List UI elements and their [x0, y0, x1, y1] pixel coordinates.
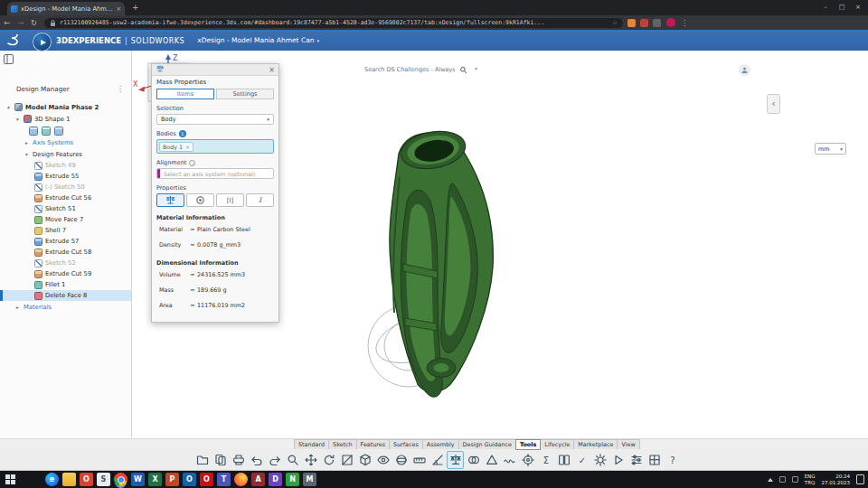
rotate-view-tool-icon[interactable]	[320, 451, 337, 469]
caret-right-icon[interactable]: ▸	[24, 140, 30, 145]
tab-close-icon[interactable]: ×	[116, 5, 121, 13]
taskbar-app-app-green[interactable]: N	[286, 473, 299, 486]
dialog-titlebar[interactable]: ×	[152, 64, 278, 76]
mass-properties-tool-icon[interactable]	[447, 451, 464, 469]
back-icon[interactable]: ←	[0, 18, 14, 27]
browser-menu-icon[interactable]: ⋮	[681, 19, 688, 27]
import-tool-icon[interactable]	[193, 451, 211, 469]
inertia-matrix-button[interactable]: [I]	[216, 193, 244, 207]
url-bar[interactable]: r1132100926485-usw2-academia-ifwe.3dexpe…	[44, 18, 623, 28]
favorites-icon[interactable]: ☆	[815, 64, 826, 76]
interference-check-tool-icon[interactable]	[465, 451, 482, 469]
taskbar-app-app-purple[interactable]: D	[269, 473, 282, 486]
tree-item-sketch-50[interactable]: (-) Sketch 50	[0, 182, 131, 192]
copy-tool-icon[interactable]	[212, 451, 229, 469]
shape-doc-icon[interactable]	[42, 127, 51, 136]
body-chip[interactable]: Body 1 ×	[159, 142, 193, 152]
tree-item-delete-face-8[interactable]: Delete Face 8	[0, 290, 131, 301]
undo-tool-icon[interactable]	[248, 451, 265, 469]
ribbon-tab-tools[interactable]: Tools	[515, 439, 541, 450]
taskbar-app-app-slate[interactable]: M	[303, 473, 316, 486]
tray-icon[interactable]	[792, 476, 798, 483]
tree-item-move-face-7[interactable]: Move Face 7	[0, 214, 131, 225]
tree-item-3d-shape-1[interactable]: ▾ 3D Shape 1	[0, 113, 131, 125]
new-tab-button[interactable]: +	[132, 3, 139, 12]
draft-analysis-tool-icon[interactable]	[483, 451, 500, 469]
equations-tool-icon[interactable]: Σ	[537, 451, 554, 469]
window-minimize-button[interactable]: –	[817, 0, 834, 15]
tree-item-sketch-49[interactable]: Sketch 49	[0, 160, 131, 171]
browser-profile-avatar[interactable]	[666, 18, 675, 27]
tree-item-shell-7[interactable]: Shell 7	[0, 225, 131, 236]
taskbar-app-edge[interactable]: e	[45, 473, 59, 486]
forward-icon[interactable]: →	[14, 18, 27, 27]
caret-down-icon[interactable]: ▾	[24, 152, 30, 157]
tab-items[interactable]: Items	[156, 89, 214, 99]
print-tool-icon[interactable]	[230, 451, 247, 469]
tree-item-design-features[interactable]: ▾ Design Features	[0, 148, 131, 160]
reload-icon[interactable]: ↻	[27, 18, 41, 27]
check-model-tool-icon[interactable]: ✓	[573, 451, 590, 469]
taskbar-app-firefox[interactable]	[234, 473, 248, 486]
shape-table-icon[interactable]	[29, 127, 38, 136]
compare-tool-icon[interactable]	[555, 451, 572, 469]
tree-item-sketch-52[interactable]: Sketch 52	[0, 258, 131, 268]
sensor-tool-icon[interactable]	[519, 451, 536, 469]
tree-item-materials[interactable]: ▸ Materials	[0, 301, 131, 313]
app-title-menu[interactable]: xDesign - Model Mania Ahmet Can ▾	[197, 36, 319, 44]
measure-tool-icon[interactable]	[410, 451, 428, 469]
add-content-icon[interactable]: ＋	[777, 64, 788, 76]
caret-down-icon[interactable]: ▾	[14, 117, 21, 122]
taskbar-app-word[interactable]: W	[131, 473, 145, 486]
selection-dropdown[interactable]: Body ▾	[156, 114, 274, 125]
section-view-tool-icon[interactable]	[338, 451, 355, 469]
tree-item-sketch-51[interactable]: Sketch 51	[0, 203, 131, 214]
macro-tool-icon[interactable]	[609, 451, 627, 469]
tray-icon[interactable]	[779, 476, 786, 483]
tree-item-fillet-1[interactable]: Fillet 1	[0, 279, 131, 290]
taskbar-app-excel[interactable]: X	[148, 473, 162, 486]
bookmark-star-icon[interactable]: ☆	[612, 19, 618, 26]
window-close-button[interactable]: ×	[850, 0, 866, 15]
collab-send-icon[interactable]	[758, 64, 769, 76]
pan-tool-icon[interactable]	[302, 451, 319, 469]
search-icon[interactable]	[459, 66, 467, 76]
taskbar-app-app-light[interactable]: S	[97, 473, 110, 486]
tree-item-extrude-cut-59[interactable]: Extrude Cut 59	[0, 268, 131, 279]
tree-item-extrude-cut-58[interactable]: Extrude Cut 58	[0, 247, 131, 258]
global-search[interactable]: ▾	[357, 63, 482, 76]
taskbar-app-teams[interactable]: T	[217, 473, 231, 486]
extensions-puzzle-icon[interactable]	[653, 19, 661, 27]
caret-down-icon[interactable]: ▾	[5, 105, 12, 110]
taskbar-app-outlook[interactable]: O	[183, 473, 196, 486]
bodies-selection-field[interactable]: Body 1 ×	[156, 139, 274, 154]
tree-item-model-mania-phase-2[interactable]: ▾ Model Mania Phase 2	[0, 101, 131, 113]
taskbar-app-powerpoint[interactable]: P	[165, 473, 179, 486]
display-style-tool-icon[interactable]	[356, 451, 373, 469]
extension-icon[interactable]	[627, 19, 636, 27]
filter-tool-icon[interactable]	[627, 451, 645, 469]
user-block[interactable]: Ahmet Can Sarıp DS Challenges - Always o…	[615, 63, 731, 78]
taskbar-app-opera[interactable]: O	[200, 473, 213, 486]
remove-chip-icon[interactable]: ×	[185, 144, 190, 150]
apps-grid-icon[interactable]	[834, 64, 845, 76]
browser-tab[interactable]: xDesign - Model Mania Ahmet C... ×	[7, 2, 125, 15]
tree-item-extrude-55[interactable]: Extrude 55	[0, 171, 131, 182]
help-icon[interactable]: ?	[853, 64, 864, 76]
hide-show-tool-icon[interactable]	[374, 451, 392, 469]
principal-inertia-button[interactable]: I	[246, 193, 274, 207]
caret-right-icon[interactable]: ▸	[14, 305, 21, 310]
start-button[interactable]	[0, 471, 20, 488]
tree-item-extrude-cut-56[interactable]: Extrude Cut 56	[0, 192, 131, 203]
curvature-analysis-tool-icon[interactable]	[501, 451, 518, 469]
tree-item-extrude-57[interactable]: Extrude 57	[0, 236, 131, 247]
extension-icon[interactable]	[640, 19, 648, 27]
tree-item-axis-systems[interactable]: ▸ Axis Systems	[0, 136, 131, 148]
taskbar-app-chrome[interactable]	[114, 473, 127, 486]
search-tool-icon[interactable]	[284, 451, 301, 469]
settings-tool-icon[interactable]	[591, 451, 609, 469]
mass-button[interactable]	[156, 193, 184, 207]
compass-play-button[interactable]	[33, 33, 52, 52]
action-center-icon[interactable]	[856, 474, 864, 484]
units-dropdown[interactable]: mm ▾	[815, 143, 846, 155]
